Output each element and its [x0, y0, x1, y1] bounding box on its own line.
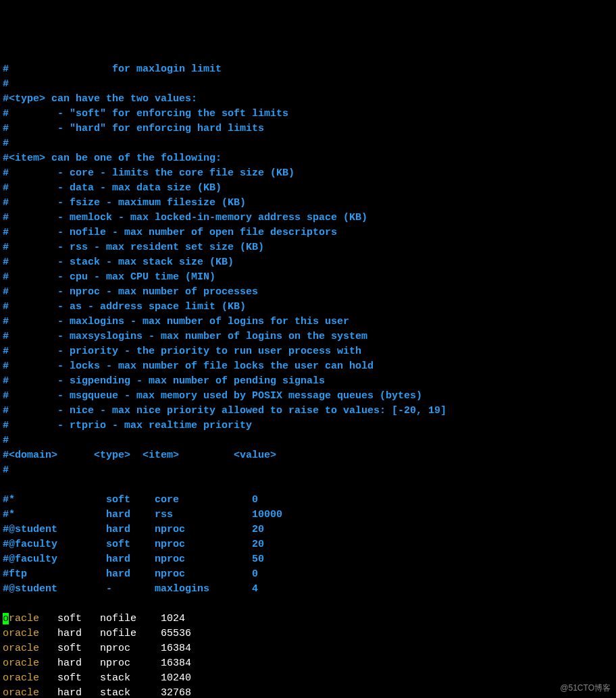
limits-item: nproc: [100, 657, 161, 669]
limits-type: hard: [57, 687, 100, 698]
limits-item: stack: [100, 672, 161, 684]
comment-line: #: [3, 433, 613, 448]
comment-line: # - nofile - max number of open file des…: [3, 225, 613, 240]
limits-entry: oracle hard stack 32768: [3, 686, 613, 698]
blank-line: [3, 597, 613, 612]
example-line: #* soft core 0: [3, 493, 613, 508]
limits-value: 1024: [161, 613, 185, 624]
limits-type: soft: [57, 643, 100, 654]
comment-line: #<domain> <type> <item> <value>: [3, 448, 613, 463]
comment-line: # - priority - the priority to run user …: [3, 344, 613, 359]
limits-type: hard: [57, 657, 100, 669]
comment-line: # - msgqueue - max memory used by POSIX …: [3, 389, 613, 404]
comment-line: #<item> can be one of the following:: [3, 151, 613, 166]
limits-item: nproc: [100, 643, 161, 654]
comment-line: # - memlock - max locked-in-memory addre…: [3, 211, 613, 225]
comment-line: # - "soft" for enforcing the soft limits: [3, 107, 613, 122]
comment-line: # - sigpending - max number of pending s…: [3, 374, 613, 389]
comment-line: # - stack - max stack size (KB): [3, 255, 613, 270]
comment-line: # - fsize - maximum filesize (KB): [3, 196, 613, 211]
limits-domain: oracle: [3, 687, 57, 698]
comment-line: # - rss - max resident set size (KB): [3, 240, 613, 255]
comment-line: # - maxlogins - max number of logins for…: [3, 315, 613, 329]
limits-type: soft: [57, 672, 100, 684]
example-line: #@faculty hard nproc 50: [3, 552, 613, 567]
terminal-view[interactable]: # for maxlogin limit##<type> can have th…: [3, 62, 613, 698]
comment-line: #: [3, 77, 613, 92]
limits-entry: oracle hard nproc 16384: [3, 656, 613, 671]
comment-line: # - data - max data size (KB): [3, 181, 613, 196]
limits-type: soft: [57, 613, 100, 624]
cursor: o: [3, 613, 9, 624]
comment-line: # - nproc - max number of processes: [3, 285, 613, 300]
comment-line: # for maxlogin limit: [3, 62, 613, 77]
comment-line: # - nice - max nice priority allowed to …: [3, 404, 613, 419]
limits-value: 16384: [161, 657, 191, 669]
limits-value: 65536: [161, 628, 191, 639]
comment-line: #: [3, 463, 613, 478]
limits-domain: racle: [9, 613, 57, 624]
limits-entry: oracle hard nofile 65536: [3, 626, 613, 641]
limits-domain: oracle: [3, 657, 57, 669]
watermark: @51CTO博客: [560, 680, 611, 695]
comment-line: # - as - address space limit (KB): [3, 300, 613, 315]
comment-line: # - cpu - max CPU time (MIN): [3, 270, 613, 285]
example-line: #@student hard nproc 20: [3, 522, 613, 537]
example-line: #ftp hard nproc 0: [3, 567, 613, 582]
limits-domain: oracle: [3, 628, 57, 639]
blank-line: [3, 478, 613, 493]
comment-line: # - "hard" for enforcing hard limits: [3, 122, 613, 136]
limits-entry: oracle soft stack 10240: [3, 671, 613, 686]
limits-domain: oracle: [3, 643, 57, 654]
comment-line: # - locks - max number of file locks the…: [3, 359, 613, 374]
limits-domain: oracle: [3, 672, 57, 684]
example-line: #@faculty soft nproc 20: [3, 537, 613, 552]
comment-line: #<type> can have the two values:: [3, 92, 613, 107]
limits-type: hard: [57, 628, 100, 639]
comment-line: # - maxsyslogins - max number of logins …: [3, 329, 613, 344]
limits-value: 16384: [161, 643, 191, 654]
example-line: #@student - maxlogins 4: [3, 582, 613, 597]
limits-item: stack: [100, 687, 161, 698]
comment-line: #: [3, 136, 613, 151]
limits-value: 10240: [161, 672, 191, 684]
limits-value: 32768: [161, 687, 191, 698]
limits-item: nofile: [100, 628, 161, 639]
limits-item: nofile: [100, 613, 161, 624]
limits-entry: oracle soft nproc 16384: [3, 641, 613, 656]
example-line: #* hard rss 10000: [3, 508, 613, 522]
limits-entry: oracle soft nofile 1024: [3, 612, 613, 626]
comment-line: # - rtprio - max realtime priority: [3, 419, 613, 433]
comment-line: # - core - limits the core file size (KB…: [3, 166, 613, 181]
